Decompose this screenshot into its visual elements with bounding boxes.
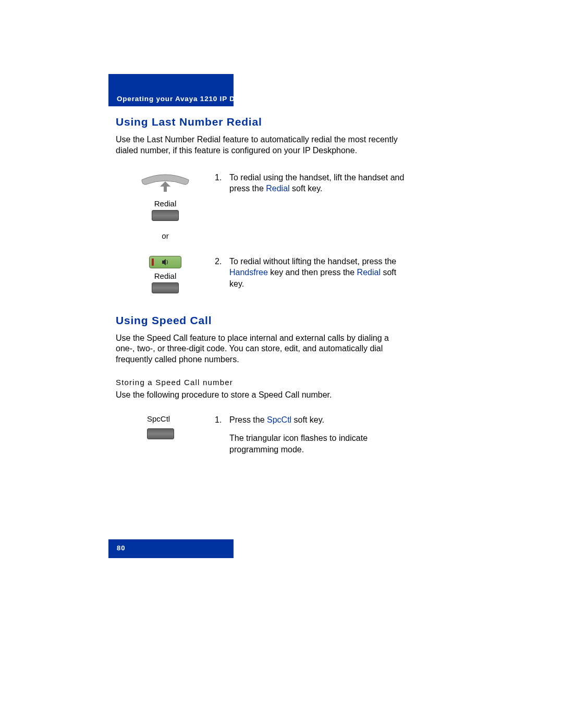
speedcall-step1-text: Press the SpcCtl soft key. The triangula… [229, 414, 408, 455]
step-block-2: Redial 2. To redial without lifting the … [116, 256, 408, 293]
speedcall-text-col: 1. Press the SpcCtl soft key. The triang… [215, 414, 408, 455]
handsfree-led-icon [152, 258, 154, 266]
step2-text: To redial without lifting the handset, p… [229, 256, 408, 290]
softkey-button-icon-2 [152, 282, 179, 293]
footer-band [108, 539, 234, 558]
step1-text: To redial using the handset, lift the ha… [229, 172, 408, 194]
step2-number: 2. [215, 256, 229, 267]
step1-icon-col: Redial or [116, 172, 215, 240]
step1-or-text: or [116, 231, 215, 240]
sc-step1-text-b: soft key. [291, 415, 324, 424]
speedcall-step-block: SpcCtl 1. Press the SpcCtl soft key. The… [116, 414, 408, 455]
handsfree-button-icon [149, 256, 181, 268]
header-text: Operating your Avaya 1210 IP Deskphone [117, 95, 271, 103]
step2-redial-label: Redial [116, 272, 215, 280]
speaker-icon [161, 258, 169, 266]
step2-text-col: 2. To redial without lifting the handset… [215, 256, 408, 290]
softkey-button-icon-3 [147, 428, 174, 439]
content-area: Using Last Number Redial Use the Last Nu… [116, 116, 408, 466]
softkey-button-icon [152, 210, 179, 221]
spcctl-label: SpcCtl [147, 414, 215, 423]
speedcall-step1-number: 1. [215, 414, 229, 426]
redial-softkey-link: Redial [266, 184, 289, 193]
sc-step1-text-c: The triangular icon flashes to indicate … [229, 434, 368, 454]
speedcall-icon-col: SpcCtl [116, 414, 215, 439]
step1-text-b: soft key. [290, 184, 323, 193]
handsfree-link: Handsfree [229, 268, 268, 277]
document-page: Operating your Avaya 1210 IP Deskphone U… [0, 0, 563, 728]
page-number: 80 [117, 544, 125, 552]
spcctl-softkey-link: SpcCtl [267, 415, 291, 424]
section-heading-speedcall: Using Speed Call [116, 314, 408, 327]
step1-text-col: 1. To redial using the handset, lift the… [215, 172, 408, 194]
step-block-1: Redial or 1. To redial using the handset… [116, 172, 408, 240]
redial-softkey-link-2: Redial [357, 268, 381, 277]
subsection-paragraph: Use the following procedure to store a S… [116, 390, 408, 401]
step1-redial-label: Redial [116, 199, 215, 208]
sc-step1-text-a: Press the [229, 415, 267, 424]
step2-icon-col: Redial [116, 256, 215, 293]
section2-paragraph: Use the Speed Call feature to place inte… [116, 333, 408, 365]
subsection-heading: Storing a Speed Call number [116, 378, 408, 387]
section-heading-redial: Using Last Number Redial [116, 116, 408, 128]
step2-text-b: key and then press the [268, 268, 357, 277]
step1-number: 1. [215, 172, 229, 183]
step2-text-a: To redial without lifting the handset, p… [229, 257, 396, 266]
section1-paragraph: Use the Last Number Redial feature to au… [116, 134, 408, 156]
handset-lift-icon [137, 172, 194, 194]
